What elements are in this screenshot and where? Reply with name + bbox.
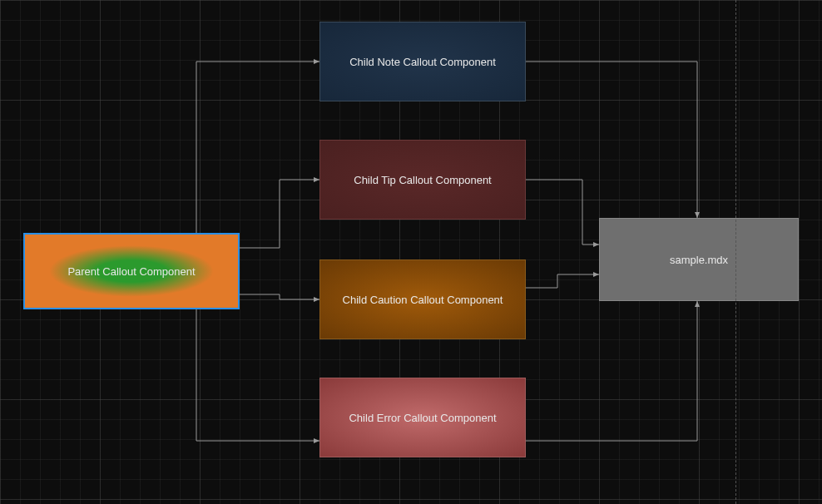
node-label: Child Note Callout Component	[349, 56, 496, 68]
node-sample-mdx[interactable]: sample.mdx	[599, 218, 799, 301]
node-label: Child Tip Callout Component	[354, 174, 491, 186]
node-parent-callout[interactable]: Parent Callout Component	[23, 233, 240, 309]
node-child-error[interactable]: Child Error Callout Component	[319, 378, 526, 457]
diagram-canvas[interactable]: Parent Callout Component Child Note Call…	[0, 0, 822, 504]
node-label: Parent Callout Component	[67, 265, 195, 278]
node-child-note[interactable]: Child Note Callout Component	[319, 22, 526, 101]
node-child-tip[interactable]: Child Tip Callout Component	[319, 140, 526, 220]
node-label: Child Caution Callout Component	[343, 294, 503, 306]
vertical-divider	[735, 0, 736, 504]
node-label: Child Error Callout Component	[349, 412, 496, 424]
node-child-caution[interactable]: Child Caution Callout Component	[319, 259, 526, 339]
node-label: sample.mdx	[670, 254, 728, 266]
